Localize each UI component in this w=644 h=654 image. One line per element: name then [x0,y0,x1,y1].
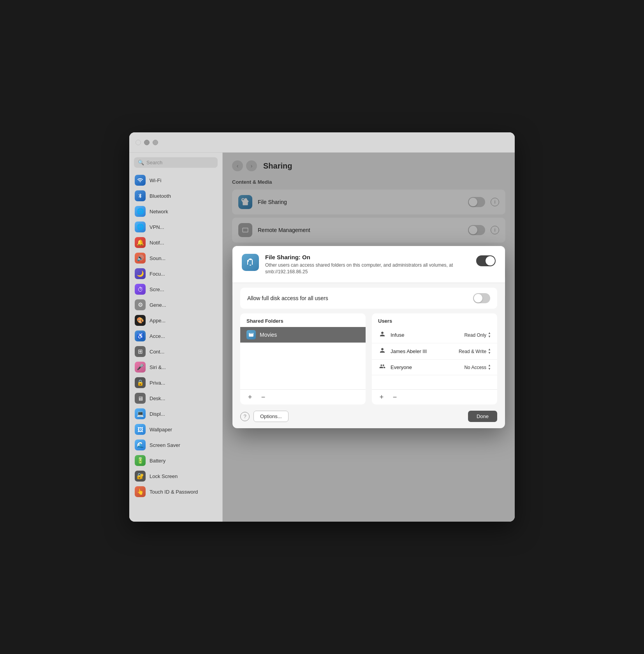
remove-user-button[interactable]: − [391,393,399,401]
sidebar-item-control-center[interactable]: ⊞ Cont... [129,344,222,359]
sidebar-item-label-network: Network [150,209,168,214]
sidebar-item-screen-time[interactable]: ⏱ Scre... [129,281,222,297]
user-row-james: James Abeler III Read & Write ▲ ▼ [372,343,497,360]
search-icon: 🔍 [138,160,144,165]
shared-folders-header: Shared Folders [240,313,366,327]
sound-icon: 🔊 [135,253,146,264]
focus-icon: 🌙 [135,268,146,279]
screen-saver-icon: 🌊 [135,440,146,450]
sidebar-item-desktop[interactable]: 🖥 Desk... [129,390,222,406]
sidebar-item-network[interactable]: 🌐 Network [129,204,222,219]
sidebar-item-focus[interactable]: 🌙 Focu... [129,266,222,281]
disk-access-row: Allow full disk access for all users [240,288,497,309]
user-james-permission[interactable]: Read & Write ▲ ▼ [459,348,491,355]
sidebar-item-displays[interactable]: 💻 Displ... [129,406,222,422]
done-button[interactable]: Done [468,411,497,422]
help-button[interactable]: ? [240,412,250,421]
sidebar-item-label-battery: Battery [150,458,165,464]
battery-icon: 🔋 [135,455,146,466]
sidebar-item-appearance[interactable]: 🎨 Appe... [129,313,222,328]
minimize-button[interactable] [144,140,150,145]
wifi-icon [135,175,146,186]
modal-file-sharing-toggle[interactable] [476,255,496,266]
privacy-icon: 🔒 [135,377,146,388]
sidebar-item-wallpaper[interactable]: 🖼 Wallpaper [129,422,222,437]
sidebar: 🔍 Search Wi-Fi Bluetooth 🌐 Network [129,153,223,522]
user-james-name: James Abeler III [391,348,455,354]
search-bar[interactable]: 🔍 Search [134,157,218,168]
modal-file-share-icon [242,254,259,271]
folder-item-movies[interactable]: Movies [240,327,366,343]
sidebar-item-screen-saver[interactable]: 🌊 Screen Saver [129,437,222,453]
sidebar-item-label-wallpaper: Wallpaper [150,427,172,432]
sidebar-item-accessibility[interactable]: ♿ Acce... [129,328,222,344]
user-infuse-icon [378,331,387,339]
sidebar-item-privacy[interactable]: 🔒 Priva... [129,375,222,390]
modal-overlay: File Sharing: On Other users can access … [223,153,515,522]
users-panel: Users Infuse Read Only [372,313,497,404]
displays-icon: 💻 [135,408,146,419]
sidebar-item-battery[interactable]: 🔋 Battery [129,453,222,468]
sidebar-item-label-screen-time: Scre... [150,287,164,292]
wallpaper-icon: 🖼 [135,424,146,435]
sidebar-item-label-screen-saver: Screen Saver [150,442,180,448]
modal-footer: ? Options... Done [232,404,505,428]
main-layout: 🔍 Search Wi-Fi Bluetooth 🌐 Network [129,153,515,522]
add-user-button[interactable]: + [377,393,386,401]
sidebar-item-lock-screen[interactable]: 🔐 Lock Screen [129,468,222,484]
sidebar-item-general[interactable]: ⚙ Gene... [129,297,222,313]
title-bar [129,132,515,153]
file-sharing-modal: File Sharing: On Other users can access … [232,246,505,429]
sidebar-item-label-control-center: Cont... [150,349,164,355]
appearance-icon: 🎨 [135,315,146,326]
search-input[interactable]: Search [146,160,162,165]
disk-access-toggle[interactable] [473,293,490,303]
options-button[interactable]: Options... [253,411,289,422]
sidebar-item-label-notifications: Notif... [150,240,164,246]
permission-stepper-james: ▲ ▼ [488,348,491,355]
sidebar-item-label-appearance: Appe... [150,318,165,323]
sidebar-item-siri[interactable]: 🎤 Siri &... [129,359,222,375]
sidebar-item-label-privacy: Priva... [150,380,165,386]
shared-folders-panel: Shared Folders Movies + [240,313,366,404]
remove-folder-button[interactable]: − [259,393,267,401]
user-james-icon [378,347,387,356]
content-area: ‹ › Sharing Content & Media File Sharing… [223,153,515,522]
folders-panel-footer: + − [240,389,366,404]
sidebar-item-wifi[interactable]: Wi-Fi [129,172,222,188]
sidebar-item-vpn[interactable]: 🌐 VPN... [129,219,222,235]
permission-stepper-infuse: ▲ ▼ [488,332,491,338]
sidebar-item-label-bluetooth: Bluetooth [150,193,171,199]
accessibility-icon: ♿ [135,331,146,341]
notifications-icon: 🔔 [135,237,146,248]
lock-screen-icon: 🔐 [135,471,146,482]
control-center-icon: ⊞ [135,346,146,357]
users-list: Infuse Read Only ▲ ▼ [372,327,497,389]
user-everyone-name: Everyone [391,364,460,370]
close-button[interactable] [135,140,141,145]
sidebar-item-notifications[interactable]: 🔔 Notif... [129,235,222,250]
user-everyone-permission[interactable]: No Access ▲ ▼ [464,364,491,371]
user-everyone-icon [378,363,387,371]
sidebar-item-bluetooth[interactable]: Bluetooth [129,188,222,204]
folder-movies-icon [246,330,256,339]
sidebar-item-label-lock-screen: Lock Screen [150,473,178,479]
folder-list: Movies [240,327,366,389]
touch-id-icon: 👆 [135,486,146,497]
sidebar-item-label-general: Gene... [150,302,166,308]
network-icon: 🌐 [135,206,146,217]
sidebar-item-label-siri: Siri &... [150,364,166,370]
user-row-everyone: Everyone No Access ▲ ▼ [372,360,497,375]
sidebar-item-touch-id[interactable]: 👆 Touch ID & Password [129,484,222,499]
add-folder-button[interactable]: + [246,393,254,401]
maximize-button[interactable] [153,140,158,145]
modal-header-desc: Other users can access shared folders on… [265,262,470,275]
users-header: Users [372,313,497,327]
siri-icon: 🎤 [135,362,146,373]
sidebar-item-sound[interactable]: 🔊 Soun... [129,250,222,266]
user-row-infuse: Infuse Read Only ▲ ▼ [372,327,497,343]
user-infuse-permission[interactable]: Read Only ▲ ▼ [464,332,491,338]
bluetooth-icon [135,190,146,201]
permission-stepper-everyone: ▲ ▼ [488,364,491,371]
sidebar-item-label-displays: Displ... [150,411,165,417]
